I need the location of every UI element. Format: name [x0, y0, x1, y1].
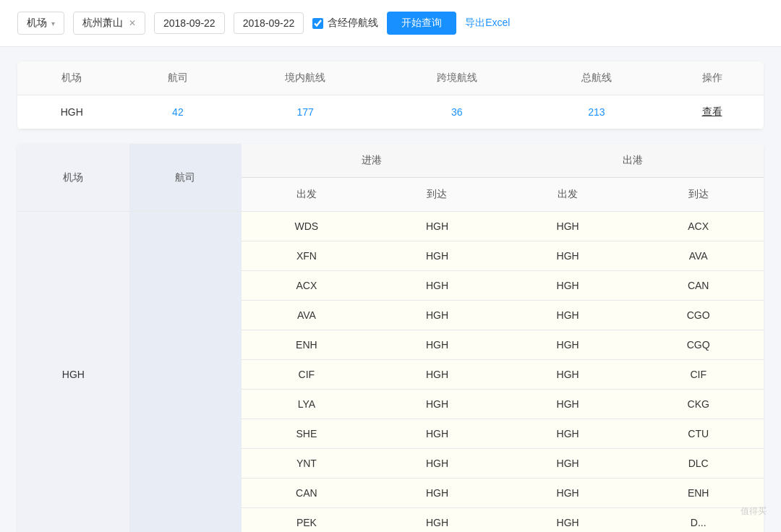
- summary-domestic-link[interactable]: 177: [297, 106, 314, 118]
- detail-row: HGHWDSHGHHGHACX: [17, 212, 764, 241]
- detail-inbound-to-cell: HGH: [372, 508, 503, 533]
- detail-outbound-to-cell: CGO: [633, 301, 764, 330]
- detail-outbound-to-cell: ENH: [633, 479, 764, 508]
- summary-airport: HGH: [17, 95, 126, 129]
- summary-col-airport: 机场: [17, 61, 126, 95]
- detail-outbound-from-cell: HGH: [503, 449, 633, 479]
- detail-col-inbound: 进港: [242, 144, 503, 178]
- detail-airline-cell: [129, 212, 242, 533]
- summary-total: 213: [533, 95, 660, 129]
- view-link[interactable]: 查看: [702, 106, 722, 117]
- detail-outbound-from-cell: HGH: [503, 479, 633, 508]
- detail-inbound-from-cell: XFN: [242, 241, 372, 271]
- summary-total-link[interactable]: 213: [588, 106, 605, 118]
- close-icon[interactable]: ✕: [129, 18, 136, 28]
- detail-inbound-from-cell: AVA: [242, 301, 372, 330]
- airport-dropdown[interactable]: 机场 ▾: [17, 12, 64, 35]
- detail-inbound-to-cell: HGH: [372, 241, 503, 271]
- detail-outbound-from: 出发: [503, 178, 633, 212]
- detail-outbound-from-cell: HGH: [503, 508, 633, 533]
- summary-table: 机场 航司 境内航线 跨境航线 总航线 操作 HGH 42 177 36 213…: [17, 61, 764, 129]
- detail-outbound-to-cell: DLC: [633, 449, 764, 479]
- detail-outbound-to-cell: CTU: [633, 419, 764, 449]
- detail-outbound-to-cell: ACX: [633, 212, 764, 241]
- detail-inbound-to-cell: HGH: [372, 330, 503, 360]
- detail-inbound-from-cell: CIF: [242, 360, 372, 390]
- chevron-down-icon: ▾: [51, 20, 55, 27]
- detail-outbound-from-cell: HGH: [503, 330, 633, 360]
- summary-domestic: 177: [229, 95, 381, 129]
- main-content: 机场 航司 境内航线 跨境航线 总航线 操作 HGH 42 177 36 213…: [0, 47, 781, 532]
- stopover-checkbox-label[interactable]: 含经停航线: [312, 17, 378, 30]
- detail-outbound-from-cell: HGH: [503, 271, 633, 301]
- detail-col-airport: 机场: [17, 144, 129, 212]
- summary-intl-link[interactable]: 36: [451, 106, 463, 118]
- summary-col-domestic: 境内航线: [229, 61, 381, 95]
- detail-airport-cell: HGH: [17, 212, 129, 533]
- detail-inbound-to-cell: HGH: [372, 479, 503, 508]
- date-end-input[interactable]: 2018-09-22: [234, 12, 304, 34]
- detail-outbound-to-cell: D...: [633, 508, 764, 533]
- detail-inbound-to-cell: HGH: [372, 212, 503, 241]
- detail-outbound-to-cell: CIF: [633, 360, 764, 390]
- detail-inbound-from-cell: ENH: [242, 330, 372, 360]
- detail-table: 机场 航司 进港 出港 出发 到达 出发 到达 HGHWDSHGHHGHACXX…: [17, 144, 764, 532]
- detail-inbound-from-cell: WDS: [242, 212, 372, 241]
- airport-tag-value: 杭州萧山: [82, 17, 123, 30]
- summary-airlines-link[interactable]: 42: [172, 106, 184, 118]
- export-button[interactable]: 导出Excel: [465, 17, 510, 30]
- detail-outbound-from-cell: HGH: [503, 301, 633, 330]
- detail-outbound-to: 到达: [633, 178, 764, 212]
- detail-inbound-from-cell: LYA: [242, 390, 372, 419]
- airport-tag-input: 杭州萧山 ✕: [73, 12, 145, 35]
- summary-intl: 36: [381, 95, 533, 129]
- detail-outbound-from-cell: HGH: [503, 360, 633, 390]
- detail-inbound-to-cell: HGH: [372, 360, 503, 390]
- summary-col-airline: 航司: [126, 61, 229, 95]
- top-bar: 机场 ▾ 杭州萧山 ✕ 2018-09-22 2018-09-22 含经停航线 …: [0, 0, 781, 47]
- date-start-input[interactable]: 2018-09-22: [154, 12, 225, 34]
- date-end-value: 2018-09-22: [243, 17, 295, 29]
- detail-inbound-to-cell: HGH: [372, 419, 503, 449]
- detail-inbound-from-cell: CAN: [242, 479, 372, 508]
- detail-outbound-from-cell: HGH: [503, 241, 633, 271]
- summary-col-intl: 跨境航线: [381, 61, 533, 95]
- detail-inbound-from-cell: SHE: [242, 419, 372, 449]
- detail-outbound-from-cell: HGH: [503, 212, 633, 241]
- stopover-label: 含经停航线: [328, 17, 378, 30]
- summary-airlines: 42: [126, 95, 229, 129]
- detail-outbound-to-cell: CAN: [633, 271, 764, 301]
- detail-outbound-from-cell: HGH: [503, 419, 633, 449]
- detail-col-outbound: 出港: [503, 144, 764, 178]
- detail-inbound-to: 到达: [372, 178, 503, 212]
- detail-outbound-from-cell: HGH: [503, 390, 633, 419]
- detail-inbound-to-cell: HGH: [372, 449, 503, 479]
- detail-inbound-from-cell: PEK: [242, 508, 372, 533]
- detail-outbound-to-cell: AVA: [633, 241, 764, 271]
- detail-outbound-to-cell: CKG: [633, 390, 764, 419]
- detail-inbound-to-cell: HGH: [372, 271, 503, 301]
- detail-inbound-from-cell: ACX: [242, 271, 372, 301]
- summary-action: 查看: [660, 95, 764, 129]
- detail-col-airline: 航司: [129, 144, 242, 212]
- date-start-value: 2018-09-22: [163, 17, 215, 29]
- summary-col-action: 操作: [660, 61, 764, 95]
- stopover-checkbox[interactable]: [312, 18, 323, 29]
- detail-inbound-from: 出发: [242, 178, 372, 212]
- detail-inbound-to-cell: HGH: [372, 301, 503, 330]
- detail-header-row: 机场 航司 进港 出港: [17, 144, 764, 178]
- summary-col-total: 总航线: [533, 61, 660, 95]
- detail-inbound-from-cell: YNT: [242, 449, 372, 479]
- detail-outbound-to-cell: CGQ: [633, 330, 764, 360]
- summary-row: HGH 42 177 36 213 查看: [17, 95, 764, 129]
- detail-inbound-to-cell: HGH: [372, 390, 503, 419]
- search-button[interactable]: 开始查询: [387, 12, 456, 35]
- airport-dropdown-label: 机场: [27, 17, 47, 30]
